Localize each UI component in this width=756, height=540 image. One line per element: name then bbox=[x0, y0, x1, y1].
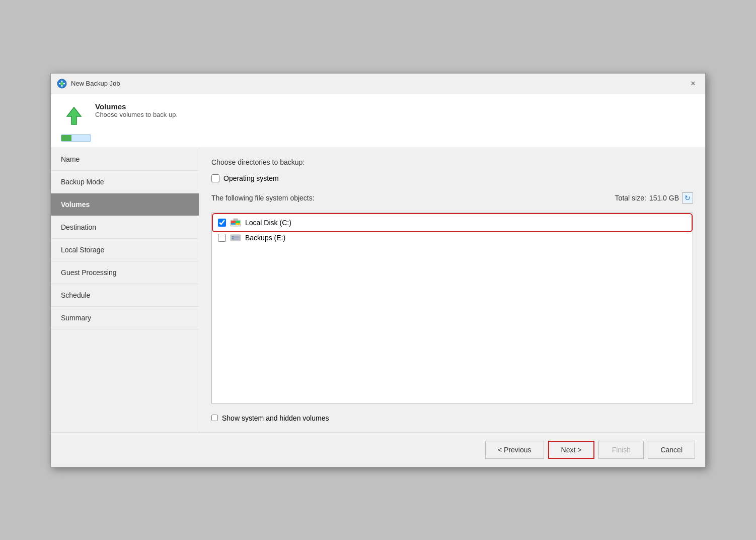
sidebar-item-destination[interactable]: Destination bbox=[51, 216, 199, 239]
sidebar-item-summary[interactable]: Summary bbox=[51, 307, 199, 329]
total-size-container: Total size: 151.0 GB ↻ bbox=[615, 192, 693, 204]
progress-bar-container bbox=[61, 134, 695, 142]
main-panel: Choose directories to backup: Operating … bbox=[199, 148, 705, 432]
show-hidden-checkbox[interactable] bbox=[211, 415, 218, 421]
content-area: Name Backup Mode Volumes Destination Loc… bbox=[51, 148, 705, 432]
finish-button[interactable]: Finish bbox=[598, 441, 644, 459]
cancel-button[interactable]: Cancel bbox=[648, 441, 695, 459]
svg-point-1 bbox=[60, 82, 63, 85]
following-label: The following file system objects: bbox=[211, 194, 315, 202]
show-hidden-label[interactable]: Show system and hidden volumes bbox=[222, 414, 329, 422]
svg-rect-5 bbox=[236, 221, 240, 223]
new-backup-job-dialog: New Backup Job × Volumes Choose volumes … bbox=[50, 73, 706, 467]
volumes-icon bbox=[61, 102, 87, 128]
titlebar: New Backup Job × bbox=[51, 74, 705, 94]
sidebar-item-schedule[interactable]: Schedule bbox=[51, 284, 199, 307]
sidebar: Name Backup Mode Volumes Destination Loc… bbox=[51, 148, 199, 432]
svg-rect-6 bbox=[231, 223, 236, 225]
volume-label-c[interactable]: Local Disk (C:) bbox=[245, 219, 291, 227]
volume-checkbox-c[interactable] bbox=[218, 219, 226, 227]
show-hidden-row: Show system and hidden volumes bbox=[211, 414, 693, 422]
progress-bar-fill bbox=[61, 135, 71, 141]
header-text: Volumes Choose volumes to back up. bbox=[95, 102, 178, 118]
sidebar-item-guest-processing[interactable]: Guest Processing bbox=[51, 261, 199, 284]
svg-rect-13 bbox=[232, 238, 234, 239]
sidebar-item-name[interactable]: Name bbox=[51, 148, 199, 171]
os-checkbox[interactable] bbox=[211, 174, 219, 182]
volume-label-e[interactable]: Backups (E:) bbox=[245, 234, 285, 242]
storage-drive-icon bbox=[230, 233, 241, 242]
svg-rect-7 bbox=[236, 223, 240, 225]
volume-item-e[interactable]: Backups (E:) bbox=[214, 230, 691, 245]
volumes-list: Local Disk (C:) Backups (E:) bbox=[211, 213, 693, 404]
progress-bar bbox=[61, 134, 91, 142]
svg-rect-12 bbox=[232, 236, 234, 237]
sidebar-item-backup-mode[interactable]: Backup Mode bbox=[51, 171, 199, 193]
close-button[interactable]: × bbox=[687, 78, 699, 90]
sidebar-item-local-storage[interactable]: Local Storage bbox=[51, 239, 199, 261]
volume-item-c[interactable]: Local Disk (C:) bbox=[214, 215, 691, 230]
next-button[interactable]: Next > bbox=[548, 441, 595, 459]
volume-checkbox-e[interactable] bbox=[218, 234, 226, 242]
svg-rect-4 bbox=[231, 221, 236, 223]
app-icon bbox=[57, 79, 67, 89]
footer: < Previous Next > Finish Cancel bbox=[51, 432, 705, 467]
svg-rect-8 bbox=[234, 219, 238, 221]
total-size-value: 151.0 GB bbox=[649, 194, 679, 202]
dialog-title: New Backup Job bbox=[71, 80, 120, 87]
header-subtitle: Choose volumes to back up. bbox=[95, 111, 178, 118]
choose-directories-label: Choose directories to backup: bbox=[211, 158, 693, 166]
header-top: Volumes Choose volumes to back up. bbox=[61, 102, 695, 128]
os-checkbox-row: Operating system bbox=[211, 174, 693, 182]
windows-drive-icon bbox=[230, 218, 241, 227]
os-checkbox-label[interactable]: Operating system bbox=[223, 174, 279, 182]
previous-button[interactable]: < Previous bbox=[485, 441, 544, 459]
refresh-button[interactable]: ↻ bbox=[682, 192, 693, 204]
sidebar-item-volumes[interactable]: Volumes bbox=[51, 193, 199, 216]
svg-marker-2 bbox=[67, 107, 81, 124]
header-section: Volumes Choose volumes to back up. bbox=[51, 94, 705, 148]
titlebar-left: New Backup Job bbox=[57, 79, 120, 89]
following-row: The following file system objects: Total… bbox=[211, 192, 693, 204]
total-size-label: Total size: bbox=[615, 194, 646, 202]
header-title: Volumes bbox=[95, 102, 178, 111]
